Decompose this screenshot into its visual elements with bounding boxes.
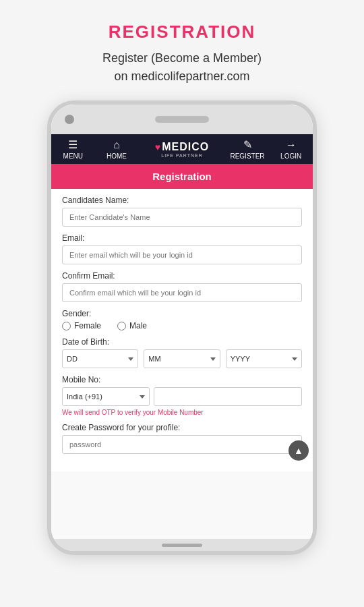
form-group-dob: Date of Birth: DD MM YYYY bbox=[62, 337, 302, 368]
nav-home[interactable]: ⌂ HOME bbox=[95, 139, 139, 160]
country-code-select[interactable]: India (+91) bbox=[62, 387, 150, 406]
nav-menu[interactable]: ☰ MENU bbox=[51, 138, 95, 160]
form-group-email: Email: bbox=[62, 233, 302, 264]
heart-icon: ♥ bbox=[155, 142, 160, 152]
nav-bar: ☰ MENU ⌂ HOME ♥ MEDICO LIFE PARTNER ✎ RE… bbox=[51, 134, 313, 164]
registration-bar: Registration bbox=[51, 164, 313, 189]
form-group-password: Create Password for your profile: ▲ bbox=[62, 423, 302, 454]
email-label: Email: bbox=[62, 233, 302, 243]
gender-male-label: Male bbox=[129, 321, 147, 330]
phone-bottom-bar bbox=[51, 539, 313, 551]
home-icon: ⌂ bbox=[113, 139, 120, 151]
camera-dot bbox=[65, 115, 74, 124]
phone-frame: ☰ MENU ⌂ HOME ♥ MEDICO LIFE PARTNER ✎ RE… bbox=[47, 100, 317, 555]
home-label: HOME bbox=[107, 152, 127, 160]
form-group-mobile: Mobile No: India (+91) We will send OTP … bbox=[62, 375, 302, 416]
nav-register[interactable]: ✎ REGISTER bbox=[226, 138, 270, 160]
phone-top-bar bbox=[51, 105, 313, 134]
email-input[interactable] bbox=[62, 245, 302, 264]
logo-subtitle: LIFE PARTNER bbox=[161, 153, 203, 158]
otp-notice: We will send OTP to verify your Mobile N… bbox=[62, 409, 302, 416]
candidates-name-label: Candidates Name: bbox=[62, 196, 302, 205]
login-icon: → bbox=[286, 139, 297, 151]
page-header: REGISTRATION Register (Become a Member) … bbox=[89, 0, 275, 94]
scroll-up-button[interactable]: ▲ bbox=[289, 440, 309, 461]
password-input-wrapper: ▲ bbox=[62, 435, 302, 454]
candidates-name-input[interactable] bbox=[62, 208, 302, 227]
mobile-row: India (+91) bbox=[62, 387, 302, 406]
dob-label: Date of Birth: bbox=[62, 337, 302, 347]
gender-male-option[interactable]: Male bbox=[117, 321, 147, 330]
gender-female-option[interactable]: Female bbox=[62, 321, 101, 330]
login-label: LOGIN bbox=[280, 152, 301, 160]
password-input[interactable] bbox=[62, 435, 302, 454]
password-label: Create Password for your profile: bbox=[62, 423, 302, 432]
form-group-gender: Gender: Female Male bbox=[62, 309, 302, 330]
registration-form: Candidates Name: Email: Confirm Email: G… bbox=[51, 189, 313, 471]
mobile-number-input[interactable] bbox=[154, 387, 302, 406]
dob-row: DD MM YYYY bbox=[62, 349, 302, 368]
menu-label: MENU bbox=[63, 152, 83, 160]
page-title: REGISTRATION bbox=[102, 22, 262, 42]
logo-text: MEDICO bbox=[162, 141, 209, 153]
page-subtitle: Register (Become a Member) on medicolife… bbox=[102, 49, 262, 86]
gender-male-radio[interactable] bbox=[117, 322, 126, 330]
dob-yyyy-select[interactable]: YYYY bbox=[226, 349, 302, 368]
confirm-email-input[interactable] bbox=[62, 283, 302, 302]
gender-female-label: Female bbox=[74, 321, 101, 330]
gender-row: Female Male bbox=[62, 321, 302, 330]
confirm-email-label: Confirm Email: bbox=[62, 271, 302, 281]
dob-dd-select[interactable]: DD bbox=[62, 349, 138, 368]
mobile-label: Mobile No: bbox=[62, 375, 302, 384]
speaker-bar bbox=[155, 116, 209, 123]
nav-logo: ♥ MEDICO LIFE PARTNER bbox=[138, 141, 225, 158]
gender-female-radio[interactable] bbox=[62, 322, 71, 330]
scroll-up-icon: ▲ bbox=[294, 445, 303, 456]
register-label: REGISTER bbox=[230, 152, 264, 160]
phone-inner: ☰ MENU ⌂ HOME ♥ MEDICO LIFE PARTNER ✎ RE… bbox=[51, 134, 313, 539]
form-group-name: Candidates Name: bbox=[62, 196, 302, 227]
gender-label: Gender: bbox=[62, 309, 302, 318]
nav-login[interactable]: → LOGIN bbox=[269, 139, 313, 160]
home-indicator bbox=[162, 544, 202, 547]
form-group-confirm-email: Confirm Email: bbox=[62, 271, 302, 302]
register-icon: ✎ bbox=[243, 138, 252, 151]
dob-mm-select[interactable]: MM bbox=[144, 349, 220, 368]
menu-icon: ☰ bbox=[68, 138, 78, 151]
